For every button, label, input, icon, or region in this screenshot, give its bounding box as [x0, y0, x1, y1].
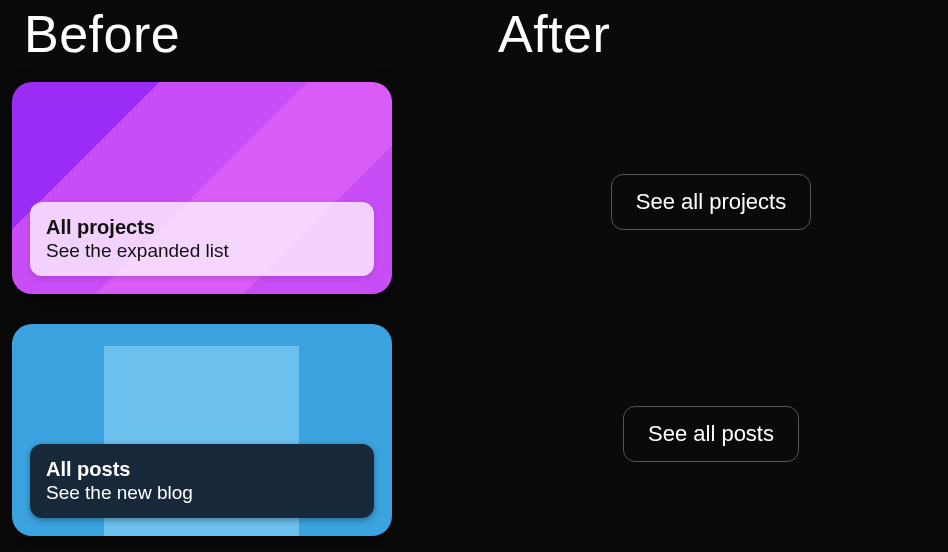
- projects-card-overlay: All projects See the expanded list: [30, 202, 374, 276]
- posts-card[interactable]: All posts See the new blog: [12, 324, 392, 536]
- posts-card-title: All posts: [46, 458, 358, 481]
- posts-card-subtitle: See the new blog: [46, 482, 358, 504]
- posts-card-overlay: All posts See the new blog: [30, 444, 374, 518]
- after-column: After See all projects See all posts: [474, 0, 948, 552]
- see-all-projects-button[interactable]: See all projects: [611, 174, 811, 230]
- before-column: Before All projects See the expanded lis…: [0, 0, 474, 552]
- projects-card-title: All projects: [46, 216, 358, 239]
- see-all-posts-button[interactable]: See all posts: [623, 406, 799, 462]
- projects-card-subtitle: See the expanded list: [46, 240, 358, 262]
- after-heading: After: [498, 4, 938, 64]
- before-heading: Before: [24, 4, 464, 64]
- before-content: All projects See the expanded list All p…: [10, 82, 464, 552]
- projects-card[interactable]: All projects See the expanded list: [12, 82, 392, 294]
- after-content: See all projects See all posts: [484, 82, 938, 462]
